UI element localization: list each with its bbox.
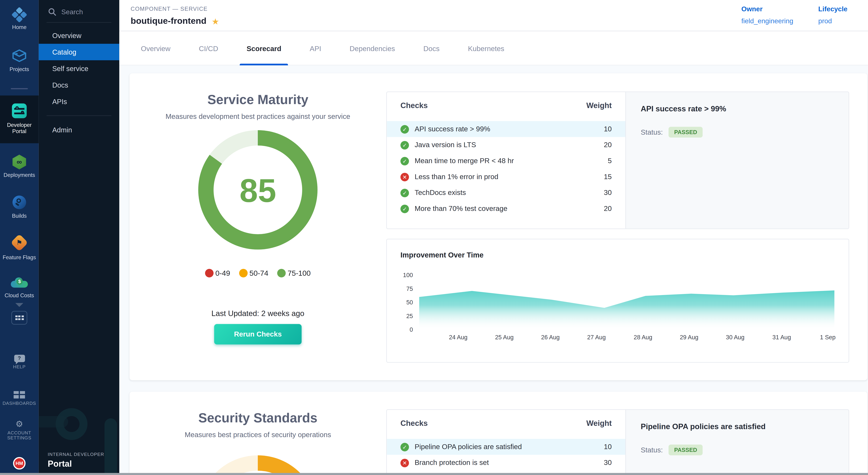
portal-branding-kicker: INTERNAL DEVELOPER xyxy=(48,452,104,457)
sidebar-item-cloud-costs[interactable]: $ Cloud Costs xyxy=(0,277,38,298)
check-weight: 15 xyxy=(604,173,612,181)
check-row[interactable]: ✓API success rate > 99%10 xyxy=(387,121,625,137)
search-icon xyxy=(48,7,56,16)
status-label: Status: xyxy=(641,128,663,136)
tab-dependencies[interactable]: Dependencies xyxy=(350,31,395,65)
checks-panel: Checks Weight ✓Pipeline OPA policies are… xyxy=(386,409,849,475)
check-passed-icon: ✓ xyxy=(401,156,409,165)
svg-text:24 Aug: 24 Aug xyxy=(449,334,467,340)
home-icon xyxy=(11,7,27,23)
builds-label: Builds xyxy=(0,213,38,219)
main-area: COMPONENT — SERVICE boutique-frontend★ O… xyxy=(119,0,868,475)
check-row[interactable]: ✕Branch protection is set30 xyxy=(387,455,625,471)
scorecard-title: Service Maturity xyxy=(129,92,386,107)
sidebar-item-feature-flags[interactable]: ⚑ Feature Flags xyxy=(0,236,38,260)
module-selector-button[interactable] xyxy=(0,311,38,325)
legend-item: 50-74 xyxy=(239,269,268,277)
check-detail-title: API success rate > 99% xyxy=(641,105,834,113)
check-passed-icon: ✓ xyxy=(401,188,409,197)
check-detail-panel: API success rate > 99% Status: PASSED xyxy=(625,92,848,229)
developer-portal-icon xyxy=(12,103,27,118)
tab-scorecard[interactable]: Scorecard xyxy=(247,31,281,65)
sidebar-item-help[interactable]: ? HELP xyxy=(0,355,38,369)
tab-overview[interactable]: Overview xyxy=(141,31,170,65)
svg-text:30 Aug: 30 Aug xyxy=(726,334,744,340)
legend-dot xyxy=(205,269,214,277)
check-row[interactable]: ✕Less than 1% error in prod15 xyxy=(387,169,625,185)
sidebar-item-overview[interactable]: Overview xyxy=(38,27,119,44)
bottom-scrollbar xyxy=(0,473,868,475)
svg-text:26 Aug: 26 Aug xyxy=(541,334,560,340)
search-placeholder: Search xyxy=(61,8,83,16)
tab-api[interactable]: API xyxy=(310,31,321,65)
rail-divider xyxy=(11,88,28,89)
sidebar-item-projects[interactable]: Projects xyxy=(0,49,38,72)
svg-text:0: 0 xyxy=(410,326,413,333)
svg-text:25 Aug: 25 Aug xyxy=(495,334,514,340)
last-updated-text: Last Updated: 2 weeks ago xyxy=(129,309,386,318)
portal-branding: INTERNAL DEVELOPER Portal xyxy=(48,452,104,468)
entity-tabs: OverviewCI/CDScorecardAPIDependenciesDoc… xyxy=(119,31,868,65)
feature-flags-label: Feature Flags xyxy=(0,254,38,261)
check-label: Java version is LTS xyxy=(414,141,476,149)
checks-column-header: Checks xyxy=(401,419,428,427)
rerun-checks-button[interactable]: Rerun Checks xyxy=(214,324,302,345)
scorecard-content: Service Maturity Measures development be… xyxy=(119,66,868,475)
owner-link[interactable]: field_engineering xyxy=(741,17,793,25)
check-passed-icon: ✓ xyxy=(401,443,409,451)
check-row[interactable]: ✓Java version is LTS20 xyxy=(387,137,625,153)
status-badge: PASSED xyxy=(669,445,703,455)
check-row[interactable]: ✓TechDocs exists30 xyxy=(387,185,625,201)
user-avatar[interactable]: HM xyxy=(0,457,38,470)
sidebar-item-developer-portal[interactable]: Developer Portal xyxy=(0,95,38,143)
tab-kubernetes[interactable]: Kubernetes xyxy=(468,31,504,65)
chevron-down-icon xyxy=(15,303,23,307)
decorative-bar xyxy=(38,416,68,427)
sidebar-item-account-settings[interactable]: ⚙ ACCOUNT SETTINGS xyxy=(0,420,38,441)
sidebar-item-home[interactable]: Home xyxy=(0,8,38,30)
check-label: More than 70% test coverage xyxy=(414,205,507,213)
portal-branding-title: Portal xyxy=(48,459,104,468)
deployments-label: Deployments xyxy=(0,172,38,178)
sidebar-item-admin[interactable]: Admin xyxy=(38,122,119,138)
check-label: Less than 1% error in prod xyxy=(414,173,498,181)
check-row[interactable]: ✓More than 70% test coverage20 xyxy=(387,201,625,217)
tab-ci-cd[interactable]: CI/CD xyxy=(199,31,218,65)
check-row[interactable]: ✓Mean time to merge PR < 48 hr5 xyxy=(387,153,625,169)
account-settings-label: ACCOUNT SETTINGS xyxy=(0,431,38,441)
check-row[interactable]: ✓Pipeline OPA policies are satisfied10 xyxy=(387,439,625,455)
svg-text:25: 25 xyxy=(406,313,413,319)
decorative-bar xyxy=(104,418,117,475)
sidebar-item-self-service[interactable]: Self service xyxy=(38,60,119,77)
scorecard-subtitle: Measures development best practices agai… xyxy=(129,113,386,121)
star-icon[interactable]: ★ xyxy=(212,17,219,26)
tab-docs[interactable]: Docs xyxy=(424,31,439,65)
svg-text:28 Aug: 28 Aug xyxy=(633,334,652,340)
svg-text:1 Sep: 1 Sep xyxy=(820,334,836,340)
scorecard-title: Security Standards xyxy=(129,410,386,426)
rail-collapse-chevron[interactable] xyxy=(0,302,38,308)
help-chat-icon: ? xyxy=(14,355,25,362)
check-failed-icon: ✕ xyxy=(401,173,409,181)
legend-item: 75-100 xyxy=(277,269,311,277)
check-weight: 20 xyxy=(604,141,612,149)
search-input[interactable]: Search xyxy=(38,0,119,22)
dashboards-label: DASHBOARDS xyxy=(0,400,38,406)
check-weight: 10 xyxy=(604,443,612,451)
sidebar-item-catalog[interactable]: Catalog xyxy=(38,44,119,60)
sidebar-item-deployments[interactable]: ∞ Deployments xyxy=(0,155,38,178)
gear-icon: ⚙ xyxy=(16,420,23,428)
scorecard-card-service-maturity: Service Maturity Measures development be… xyxy=(129,73,867,380)
check-passed-icon: ✓ xyxy=(401,204,409,213)
sidebar-item-dashboards[interactable]: DASHBOARDS xyxy=(0,389,38,406)
check-label: Mean time to merge PR < 48 hr xyxy=(414,157,514,165)
entity-header: COMPONENT — SERVICE boutique-frontend★ O… xyxy=(119,0,868,31)
checks-table: Checks Weight ✓API success rate > 99%10✓… xyxy=(387,92,625,229)
checks-column-header: Checks xyxy=(401,101,428,110)
sidebar-item-apis[interactable]: APIs xyxy=(38,93,119,110)
sidebar-item-docs[interactable]: Docs xyxy=(38,77,119,93)
module-rail: Home Projects Developer Portal ∞ Deploym… xyxy=(0,0,38,475)
owner-label: Owner xyxy=(741,5,793,13)
lifecycle-value[interactable]: prod xyxy=(818,17,847,25)
sidebar-item-builds[interactable]: Builds xyxy=(0,196,38,219)
